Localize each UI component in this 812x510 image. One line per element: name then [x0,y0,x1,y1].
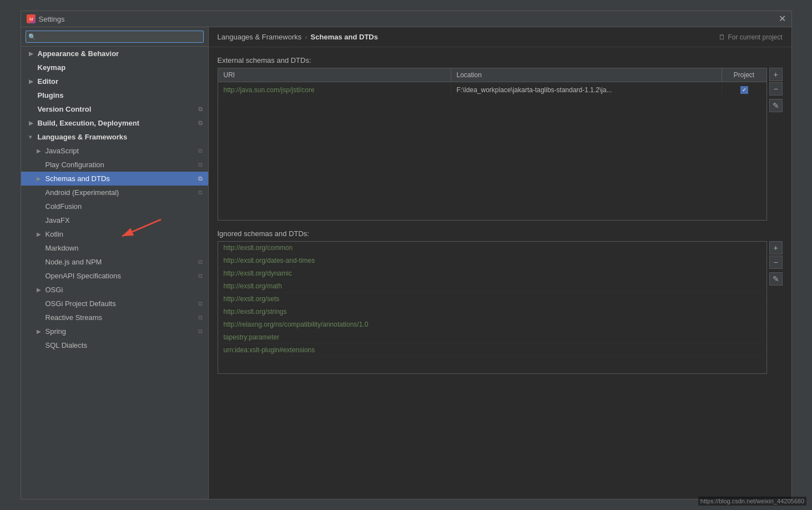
title-bar: M Settings ✕ [21,11,791,27]
sidebar-item-label: OSGi Project Defaults [46,299,116,308]
ignored-section: Ignored schemas and DTDs: http://exslt.o… [218,229,783,374]
sidebar-item-label: ColdFusion [46,202,82,211]
sidebar-item-label: Keymap [38,63,66,72]
expand-icon: ▶ [37,176,43,182]
sidebar-item-label: Reactive Streams [46,313,103,322]
copy-icon: ⧉ [198,314,203,321]
breadcrumb-separator: › [305,33,307,41]
copy-icon: ⧉ [198,300,203,307]
for-project-label: For current project [728,33,782,41]
sidebar-item-label: Appearance & Behavior [38,49,119,58]
expand-icon: ▶ [37,328,43,334]
sidebar-item-nodejs[interactable]: Node.js and NPM ⧉ [21,255,208,269]
sidebar-item-kotlin[interactable]: ▶ Kotlin [21,227,208,241]
ignored-list: http://exslt.org/common http://exslt.org… [218,241,767,374]
sidebar-item-schemas-dtds[interactable]: ▶ Schemas and DTDs ⧉ [21,172,208,186]
project-checkbox[interactable]: ✓ [740,86,748,94]
sidebar-item-label: JavaFX [46,216,70,224]
sidebar-item-label: Play Configuration [46,161,104,169]
sidebar-item-label: Build, Execution, Deployment [38,119,139,127]
table-row[interactable]: http://java.sun.com/jsp/jstl/core F:\Ide… [218,82,766,98]
svg-text:M: M [29,17,33,22]
dialog-body: 🔍 ▶ Appearance & Behavior Keymap ▶ [21,27,791,499]
cell-uri: http://java.sun.com/jsp/jstl/core [218,84,451,96]
project-icon: 🗒 [719,33,725,41]
sidebar-item-javascript[interactable]: ▶ JavaScript ⧉ [21,144,208,158]
sidebar-item-build[interactable]: ▶ Build, Execution, Deployment ⧉ [21,116,208,130]
for-project: 🗒 For current project [719,33,782,41]
sidebar-item-label: Plugins [38,91,64,99]
ignored-item[interactable]: http://exslt.org/dates-and-times [218,254,766,267]
sidebar-item-label: JavaScript [46,147,79,155]
expand-icon: ▶ [37,231,43,237]
remove-ignored-button[interactable]: − [769,256,783,269]
ignored-item[interactable]: http://exslt.org/dynamic [218,267,766,280]
external-section-label: External schemas and DTDs: [218,56,783,64]
sidebar-item-osgi[interactable]: ▶ OSGi [21,283,208,297]
external-section: External schemas and DTDs: URI Location … [218,56,783,221]
cell-project: ✓ [722,84,766,96]
sidebar-item-coldfusion[interactable]: ColdFusion [21,199,208,213]
sidebar-item-version-control[interactable]: Version Control ⧉ [21,102,208,116]
add-external-button[interactable]: + [769,68,783,81]
copy-icon: ⧉ [198,272,203,279]
sidebar-item-osgi-defaults[interactable]: OSGi Project Defaults ⧉ [21,297,208,311]
sidebar-item-appearance[interactable]: ▶ Appearance & Behavior [21,47,208,61]
watermark: https://blog.csdn.net/weixin_44205680 [698,497,806,506]
sidebar-item-keymap[interactable]: Keymap [21,61,208,74]
sidebar-item-plugins[interactable]: Plugins [21,88,208,102]
ignored-item[interactable]: http://exslt.org/math [218,280,766,293]
add-ignored-button[interactable]: + [769,241,783,254]
main-content: Languages & Frameworks › Schemas and DTD… [209,27,791,499]
copy-icon: ⧉ [198,328,203,335]
expand-icon: ▶ [29,51,36,57]
edit-ignored-button[interactable]: ✎ [769,272,783,286]
sidebar-item-sql-dialects[interactable]: SQL Dialects [21,338,208,352]
sidebar-item-languages[interactable]: ▾ Languages & Frameworks [21,130,208,144]
remove-external-button[interactable]: − [769,82,783,96]
sidebar: 🔍 ▶ Appearance & Behavior Keymap ▶ [21,27,209,499]
cell-location: F:\Idea_workplace\jakarta-taglibs-standa… [451,84,722,96]
sidebar-item-android[interactable]: Android (Experimental) ⧉ [21,186,208,199]
breadcrumb-bar: Languages & Frameworks › Schemas and DTD… [209,27,791,47]
ignored-item[interactable]: http://relaxng.org/ns/compatibility/anno… [218,318,766,331]
ignored-item[interactable]: urn:idea:xslt-plugin#extensions [218,344,766,357]
sidebar-item-play-config[interactable]: Play Configuration ⧉ [21,158,208,172]
app-icon: M [27,14,36,23]
external-table: URI Location Project http://java.sun.com… [218,68,767,221]
sidebar-item-label: Node.js and NPM [46,258,102,266]
ignored-section-label: Ignored schemas and DTDs: [218,229,783,238]
sidebar-item-label: Spring [46,327,67,336]
sidebar-item-label: Languages & Frameworks [38,133,128,141]
sidebar-item-editor[interactable]: ▶ Editor [21,74,208,88]
sidebar-item-javafx[interactable]: JavaFX [21,213,208,227]
expand-icon: ▶ [37,148,43,154]
search-box: 🔍 [21,27,208,47]
table-header: URI Location Project [218,68,766,82]
settings-dialog: M Settings ✕ 🔍 ▶ Appearance & Behavior [21,11,792,499]
breadcrumb-current: Schemas and DTDs [311,33,378,41]
col-location: Location [451,68,722,82]
sidebar-item-openapi[interactable]: OpenAPI Specifications ⧉ [21,269,208,283]
sidebar-item-label: Kotlin [46,230,64,238]
sidebar-item-spring[interactable]: ▶ Spring ⧉ [21,324,208,338]
edit-external-button[interactable]: ✎ [769,99,783,112]
sidebar-item-markdown[interactable]: Markdown [21,241,208,255]
sidebar-item-label: Editor [38,77,59,86]
sidebar-item-label: Android (Experimental) [46,188,119,197]
copy-icon: ⧉ [198,106,203,113]
sidebar-item-label: OpenAPI Specifications [46,272,122,280]
ignored-item[interactable]: http://exslt.org/sets [218,293,766,306]
expand-icon: ▶ [37,287,43,293]
window-title: Settings [39,15,65,23]
sidebar-item-label: SQL Dialects [46,341,87,349]
ignored-item[interactable]: http://exslt.org/strings [218,306,766,318]
ignored-item[interactable]: http://exslt.org/common [218,242,766,254]
ignored-item[interactable]: tapestry:parameter [218,331,766,344]
sidebar-item-label: OSGi [46,286,63,294]
close-button[interactable]: ✕ [779,14,786,23]
search-input[interactable] [26,31,204,43]
copy-icon: ⧉ [198,147,203,154]
copy-icon: ⧉ [198,119,203,127]
sidebar-item-reactive-streams[interactable]: Reactive Streams ⧉ [21,311,208,324]
